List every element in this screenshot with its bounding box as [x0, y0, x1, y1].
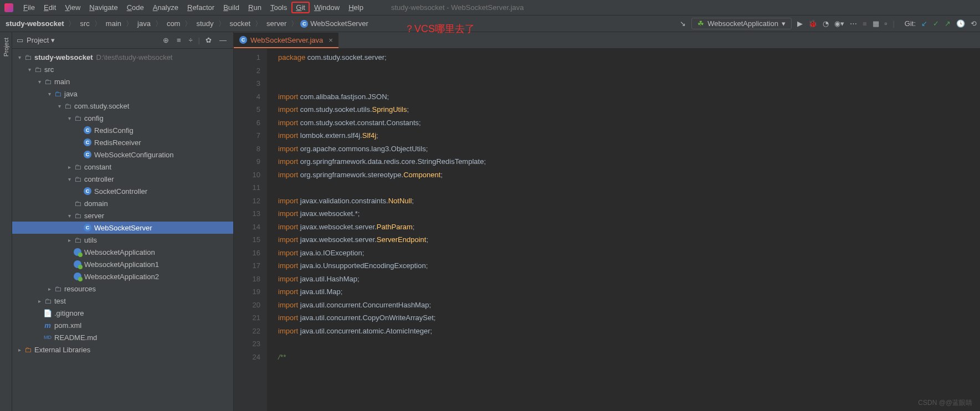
tree-row[interactable]: WebsocketApplication2 — [12, 270, 233, 282]
tree-row[interactable]: 🗀controller — [12, 173, 233, 185]
tool-icon2[interactable]: ▫ — [885, 19, 887, 28]
debug-icon[interactable]: 🐞 — [808, 19, 817, 28]
menu-analyze[interactable]: Analyze — [148, 2, 183, 13]
menu-tools[interactable]: Tools — [266, 2, 291, 13]
breadcrumb-item[interactable]: study — [194, 18, 216, 29]
gear-icon[interactable]: ✿ — [203, 35, 214, 45]
tree-row[interactable]: 🗀server — [12, 209, 233, 222]
tree-row[interactable]: 🗀domain — [12, 197, 233, 209]
code-line[interactable] — [278, 337, 980, 351]
menu-git[interactable]: Git — [291, 2, 310, 13]
attach-icon[interactable]: ⋯ — [850, 19, 857, 28]
menu-navigate[interactable]: Navigate — [85, 2, 122, 13]
code-line[interactable]: import java.util.concurrent.CopyOnWriteA… — [278, 311, 980, 325]
git-rollback-icon[interactable]: ⟲ — [971, 19, 977, 28]
toolbar-right: ↘ ☘ WebsocketApplication ▾ ▶ 🐞 ◔ ◉▾ ⋯ ■ … — [680, 18, 977, 29]
tree-row[interactable]: 🗀test — [12, 295, 233, 307]
breadcrumb-item[interactable]: main — [104, 18, 124, 29]
code-area[interactable]: 123456789101112131415161718192021222324 … — [234, 49, 980, 411]
tree-row[interactable]: 🗀study-websocketD:\test\study-websocket — [12, 51, 233, 63]
menu-help[interactable]: Help — [344, 2, 368, 13]
code-line[interactable]: import java.io.UnsupportedEncodingExcept… — [278, 259, 980, 273]
code-line[interactable]: import javax.websocket.server.ServerEndp… — [278, 233, 980, 246]
breadcrumb-item[interactable]: com — [165, 18, 183, 29]
tree-row[interactable]: 🗀main — [12, 75, 233, 88]
menu-window[interactable]: Window — [310, 2, 344, 13]
breadcrumb-item[interactable]: study-websocket — [3, 18, 66, 29]
code-line[interactable] — [278, 77, 980, 90]
breadcrumb-item[interactable]: server — [264, 18, 289, 29]
code-line[interactable]: import javax.validation.constraints.NotN… — [278, 194, 980, 208]
menu-refactor[interactable]: Refactor — [183, 2, 219, 13]
code-line[interactable]: import java.util.concurrent.ConcurrentHa… — [278, 299, 980, 312]
menu-code[interactable]: Code — [122, 2, 148, 13]
tool-icon[interactable]: ▦ — [873, 19, 879, 28]
tree-row[interactable]: 🗀config — [12, 112, 233, 124]
code-line[interactable]: import java.util.Map; — [278, 285, 980, 299]
tree-row[interactable]: CSocketController — [12, 185, 233, 197]
code-line[interactable]: import org.springframework.stereotype.Co… — [278, 168, 980, 182]
stop-icon[interactable]: ■ — [863, 19, 867, 28]
code-line[interactable]: import com.alibaba.fastjson.JSON; — [278, 90, 980, 104]
breadcrumb-item[interactable]: socket — [228, 18, 253, 29]
run-icon[interactable]: ▶ — [797, 19, 803, 28]
run-config-selector[interactable]: ☘ WebsocketApplication ▾ — [691, 18, 792, 29]
breadcrumb-item[interactable]: java — [135, 18, 153, 29]
project-tool-tab[interactable]: Project — [2, 34, 11, 60]
tree-row[interactable]: 🗀com.study.socket — [12, 100, 233, 112]
menu-edit[interactable]: Edit — [39, 2, 60, 13]
code-line[interactable]: import lombok.extern.slf4j.Slf4j; — [278, 129, 980, 142]
build-icon[interactable]: ↘ — [680, 19, 686, 28]
git-history-icon[interactable]: 🕓 — [956, 19, 965, 28]
tree-row[interactable]: CWebSocketServer — [12, 222, 233, 234]
expand-icon[interactable]: ≡ — [175, 35, 183, 45]
tree-row[interactable]: 🗀src — [12, 63, 233, 75]
tree-row[interactable]: 🗀utils — [12, 234, 233, 246]
tree-row[interactable]: 🗀java — [12, 88, 233, 100]
menu-view[interactable]: View — [60, 2, 85, 13]
tree-row[interactable]: CRedisReceiver — [12, 136, 233, 148]
panel-title[interactable]: Project ▾ — [27, 36, 157, 44]
breadcrumb-item[interactable]: src — [78, 18, 91, 29]
hide-icon[interactable]: — — [217, 35, 229, 45]
code-line[interactable]: import java.util.HashMap; — [278, 273, 980, 286]
tree-row[interactable]: WebsocketApplication — [12, 246, 233, 258]
code-line[interactable]: /** — [278, 351, 980, 364]
git-push-icon[interactable]: ↗ — [945, 19, 951, 28]
code-line[interactable]: import com.study.socket.utils.SpringUtil… — [278, 103, 980, 116]
coverage-icon[interactable]: ◔ — [823, 19, 829, 28]
tree-row[interactable]: 🗀resources — [12, 282, 233, 295]
menu-file[interactable]: File — [19, 2, 39, 13]
code-line[interactable]: import javax.websocket.server.PathParam; — [278, 220, 980, 234]
tree-row[interactable]: mpom.xml — [12, 319, 233, 331]
collapse-icon[interactable]: ÷ — [186, 35, 194, 45]
tree-row[interactable]: CRedisConfig — [12, 124, 233, 136]
code-line[interactable]: import java.io.IOException; — [278, 246, 980, 260]
code-line[interactable]: import com.study.socket.constant.Constan… — [278, 116, 980, 130]
tree-label: com.study.socket — [74, 102, 129, 110]
code-line[interactable]: import java.util.concurrent.atomic.Atomi… — [278, 325, 980, 338]
tree-row[interactable]: WebsocketApplication1 — [12, 258, 233, 270]
code-line[interactable]: import org.springframework.data.redis.co… — [278, 155, 980, 168]
menu-run[interactable]: Run — [244, 2, 266, 13]
git-update-icon[interactable]: ↙ — [921, 19, 927, 28]
tree-row[interactable]: MDREADME.md — [12, 331, 233, 343]
tree-label: study-websocket — [34, 53, 93, 61]
code-content[interactable]: package com.study.socket.server;import c… — [267, 49, 980, 411]
target-icon[interactable]: ⊕ — [161, 35, 171, 45]
code-line[interactable]: import javax.websocket.*; — [278, 207, 980, 220]
code-line[interactable]: import org.apache.commons.lang3.ObjectUt… — [278, 142, 980, 156]
code-line[interactable]: package com.study.socket.server; — [278, 51, 980, 64]
breadcrumb-class[interactable]: C WebSocketServer — [300, 19, 368, 28]
code-line[interactable] — [278, 64, 980, 78]
profile-icon[interactable]: ◉▾ — [834, 19, 844, 28]
tab-websocketserver[interactable]: C WebSocketServer.java × — [234, 33, 338, 48]
close-icon[interactable]: × — [329, 36, 333, 44]
tree-row[interactable]: 🗀constant — [12, 161, 233, 173]
code-line[interactable] — [278, 181, 980, 194]
menu-build[interactable]: Build — [219, 2, 244, 13]
tree-row[interactable]: 🗀External Libraries — [12, 343, 233, 356]
tree-row[interactable]: CWebSocketConfiguration — [12, 148, 233, 161]
tree-row[interactable]: 📄.gitignore — [12, 307, 233, 319]
git-commit-icon[interactable]: ✓ — [933, 19, 939, 28]
